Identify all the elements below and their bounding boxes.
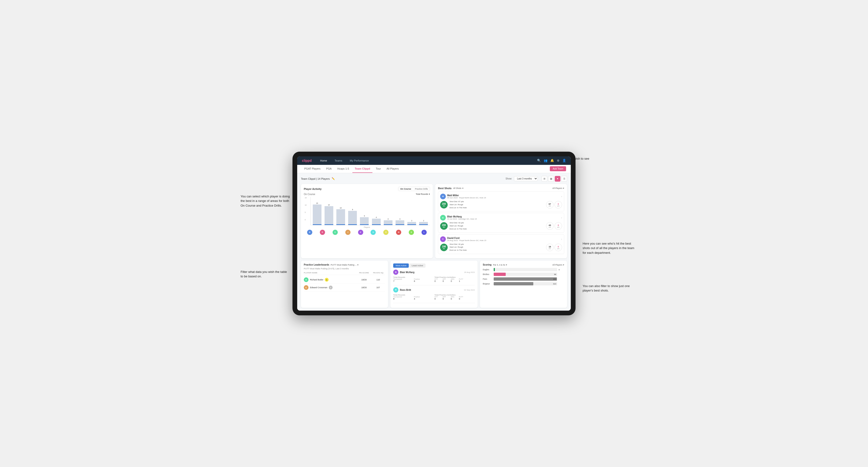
sub-nav-pgat[interactable]: PGAT Players — [302, 165, 323, 173]
plus-icon[interactable]: ⊕ — [557, 159, 559, 162]
scoring-filter2[interactable]: All Players ▾ — [552, 264, 564, 266]
scoring-bar-row-2: Pars 499 — [483, 277, 564, 281]
shot-info-2: Shot Dist: 16 ydsStart Lie: RoughEnd Lie… — [450, 243, 544, 252]
scoring-bar-fill-3 — [494, 282, 533, 285]
tab-least-active[interactable]: Least Active — [409, 263, 426, 268]
scoring-bar-row-1: Birdies 96 — [483, 273, 564, 276]
tablet-frame: clippd Home Teams My Performance 🔍 👥 🔔 ⊕… — [292, 152, 576, 315]
act-date-1: 02 Sep 2023 — [464, 289, 474, 291]
leaderboard-header: Practice Leaderboards PUTT Must Make Put… — [304, 263, 385, 266]
activity-player-0: B Blair McHarg 26 Aug 2023 Total Rounds … — [393, 270, 474, 285]
view-heart-icon[interactable]: ♥ — [555, 176, 560, 182]
score-num-0: 200 — [442, 203, 446, 205]
scoring-bar-val-inner-1: 96 — [554, 273, 556, 276]
shot-info-0: Shot Dist: 67 ydsStart Lie: RoughEnd Lie… — [450, 200, 544, 209]
lb-player-name-0: Richard Butler — [310, 279, 323, 281]
nav-link-performance[interactable]: My Performance — [348, 158, 370, 163]
bar-marker-4 — [360, 224, 369, 225]
all-players-filter[interactable]: All Players ▾ — [552, 187, 564, 189]
lb-rows: R Richard Butler 1 19/20 110 E Edward Cr… — [304, 276, 385, 291]
shot-info-line: Shot Dist: 67 yds — [450, 200, 544, 203]
sub-nav-tour[interactable]: Tour — [373, 165, 383, 173]
stat-num-zero-0: 0 — [558, 203, 559, 205]
nav-link-teams[interactable]: Teams — [333, 158, 344, 163]
player-avatar-sm-3: J — [345, 230, 350, 235]
player-name-2: David Ford — [447, 237, 560, 239]
team-title: Team Clippd | 14 Players — [301, 177, 330, 180]
sub-nav-all-players[interactable]: All Players — [384, 165, 401, 173]
sub-nav-team-clippd[interactable]: Team Clippd — [352, 165, 372, 173]
player-avatar-sm-0: B — [307, 230, 312, 235]
stat-unit-dist-2: yds — [549, 248, 551, 249]
y-label-0: 0 — [305, 219, 307, 220]
score-sub-2: SG — [443, 248, 445, 249]
chart-dropdown[interactable]: Total Rounds ▾ — [415, 193, 430, 195]
nav-link-home[interactable]: Home — [319, 158, 328, 163]
activity-player-1: R Rees Britt 02 Sep 2023 Total Rounds To… — [393, 287, 474, 303]
team-edit-icon[interactable]: ✏️ — [332, 177, 335, 180]
view-list-icon[interactable]: ☰ — [561, 176, 567, 182]
scoring-bar-track-2: 499 — [494, 277, 557, 281]
bar-label-2: 10 — [340, 207, 342, 209]
scoring-bar-track-0 — [494, 268, 557, 271]
search-icon[interactable]: 🔍 — [537, 159, 541, 162]
player-info-0: Matt Miller 09 Jun 2023 · Royal North De… — [447, 194, 560, 199]
bar-group-8: 2 — [406, 220, 417, 225]
scoring-filter1-chevron: ▾ — [506, 264, 507, 266]
shot-chevron-0[interactable]: › — [561, 195, 562, 198]
shot-chevron-2[interactable]: › — [561, 238, 562, 241]
show-select[interactable]: Last 3 months Last month Last 6 months L… — [514, 176, 538, 181]
player-detail-0: 09 Jun 2023 · Royal North Devon GC, Hole… — [447, 197, 560, 199]
scoring-bar-val-inner-2: 499 — [553, 278, 556, 280]
leaderboard-card: Practice Leaderboards PUTT Must Make Put… — [301, 261, 388, 308]
add-team-button[interactable]: Add Team — [550, 166, 566, 171]
score-sub-0: SG — [443, 205, 445, 207]
bell-icon[interactable]: 🔔 — [550, 159, 554, 162]
player-name-0: Matt Miller — [447, 194, 560, 197]
tab-most-active[interactable]: Most Active — [393, 263, 409, 268]
player-avatar-sm-6: R — [383, 230, 389, 235]
sub-nav-hcaps[interactable]: Hcaps 1-5 — [335, 165, 351, 173]
rank-badge-0: 1 — [325, 278, 329, 282]
lb-filter[interactable]: PUTT Must Make Putting ... ▾ — [331, 264, 359, 266]
bar-label-4: 5 — [364, 215, 365, 217]
user-icon[interactable]: 👤 — [562, 159, 566, 162]
show-label: Show: — [505, 177, 512, 180]
view-icons: ⊞ ▦ ♥ ☰ — [541, 176, 567, 182]
lb-title: Practice Leaderboards — [304, 263, 329, 266]
bar-marker-0 — [313, 224, 321, 225]
lb-row-0: R Richard Butler 1 19/20 110 — [304, 276, 385, 284]
scoring-filter1[interactable]: Par 3, 4 & 5s ▾ — [493, 264, 507, 266]
lb-col-score: PB Score — [357, 272, 371, 274]
annotation-left-top: You can select which player is doing the… — [241, 194, 290, 208]
act-name-1: Rees Britt — [400, 289, 411, 291]
shots-filter-allshots[interactable]: All Shots ▾ — [453, 187, 464, 189]
player-name-1: Blair McHarg — [447, 215, 560, 218]
score-badge-0: 200 SG — [440, 201, 448, 209]
activity-card-title: Player Activity — [304, 187, 321, 190]
player-avatar-sm-5: G — [371, 230, 376, 235]
sub-nav-pga[interactable]: PGA — [324, 165, 334, 173]
lb-player-name-1: Edward Crossman — [310, 286, 328, 289]
player-info-1: Blair McHarg 23 Jul 2023 · Ashridge GC, … — [447, 215, 560, 220]
stat-num-zero-1: 0 — [558, 224, 559, 226]
lb-cols: Player Name PB Score PB Avg SQ — [304, 272, 385, 275]
content-area: Team Clippd | 14 Players ✏️ Show: Last 3… — [297, 173, 571, 311]
stat-num-zero-2: 0 — [558, 246, 559, 248]
lb-avg-1: 107 — [371, 286, 385, 289]
act-rounds-0: Total Rounds Tournament 7 Practice 6 — [393, 276, 434, 282]
view-grid4-icon[interactable]: ⊞ — [541, 176, 547, 182]
stat-bubble-zero-0: 0 yds — [555, 201, 562, 209]
toggle-practice[interactable]: Practice Drills — [413, 187, 430, 191]
act-tournament-0: Tournament 7 — [393, 278, 413, 282]
lb-subtitle: PUTT Must Make Putting (3-6 ft), Last 3 … — [304, 268, 385, 270]
view-grid-icon[interactable]: ▦ — [548, 176, 554, 182]
annotation-right-mid: Here you can see who's hit the best shot… — [583, 241, 637, 255]
stat-num-dist-0: 67 — [549, 203, 551, 205]
users-icon[interactable]: 👥 — [544, 159, 548, 162]
scoring-bar-row-3: Bogeys 313 — [483, 282, 564, 285]
toggle-on-course[interactable]: On Course — [398, 187, 413, 191]
shot-chevron-1[interactable]: › — [561, 216, 562, 219]
team-header: Team Clippd | 14 Players ✏️ Show: Last 3… — [301, 176, 567, 182]
shot-details-1: 200 SG Shot Dist: 43 ydsStart Lie: Rough… — [440, 221, 562, 230]
